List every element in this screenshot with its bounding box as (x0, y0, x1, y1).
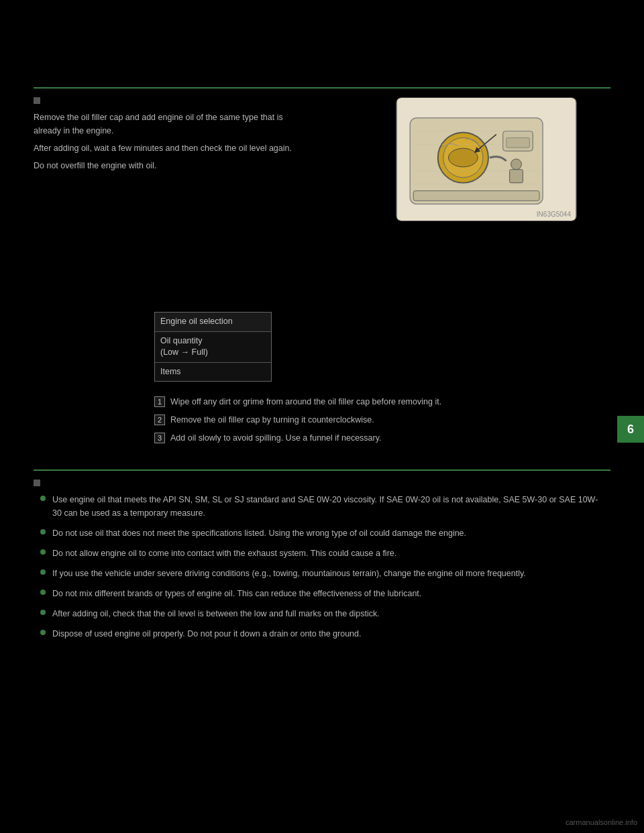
green-divider-top (34, 87, 610, 89)
image-code: IN63G5044 (537, 211, 571, 218)
svg-point-9 (511, 159, 522, 170)
bullet-circle-7 (40, 630, 46, 635)
item-number-3: 3 (154, 433, 165, 443)
bullet-item-4: If you use the vehicle under severe driv… (34, 567, 604, 580)
bullet-circle-6 (40, 610, 46, 615)
green-divider-middle (34, 469, 610, 471)
top-para-2: After adding oil, wait a few minutes and… (34, 142, 302, 155)
numbered-items-container: 1 Wipe off any dirt or grime from around… (154, 396, 441, 449)
bullet-text-3: Do not allow engine oil to come into con… (52, 547, 604, 560)
list-item: 3 Add oil slowly to avoid spilling. Use … (154, 432, 441, 445)
bullet-circle-4 (40, 569, 46, 575)
table-row-quantity: Oil quantity (Low → Full) (155, 332, 271, 363)
info-table: Engine oil selection Oil quantity (Low →… (154, 312, 272, 382)
top-para-3: Do not overfill the engine with oil. (34, 159, 302, 172)
item-text-2: Remove the oil filler cap by turning it … (170, 414, 374, 427)
section-badge: 6 (617, 416, 644, 443)
svg-rect-10 (510, 170, 523, 183)
bullet-text-4: If you use the vehicle under severe driv… (52, 567, 604, 580)
engine-diagram-image: IN63G5044 (396, 97, 577, 221)
bullet-circle-3 (40, 549, 46, 555)
bullet-item-6: After adding oil, check that the oil lev… (34, 607, 604, 620)
list-item: 2 Remove the oil filler cap by turning i… (154, 414, 441, 427)
list-item: 1 Wipe off any dirt or grime from around… (154, 396, 441, 408)
bullet-text-1: Use engine oil that meets the API SN, SM… (52, 493, 604, 520)
bullet-item-1: Use engine oil that meets the API SN, SM… (34, 493, 604, 520)
table-header-label: Engine oil selection (160, 317, 233, 326)
bottom-section-icon (34, 480, 40, 486)
item-number-1: 1 (154, 396, 165, 407)
bullet-item-5: Do not mix different brands or types of … (34, 587, 604, 600)
bottom-section: Use engine oil that meets the API SN, SM… (34, 480, 604, 647)
svg-rect-8 (413, 190, 539, 201)
item-text-1: Wipe off any dirt or grime from around t… (170, 396, 441, 408)
top-para-1: Remove the oil filler cap and add engine… (34, 111, 302, 137)
svg-rect-7 (506, 137, 530, 148)
bullet-text-7: Dispose of used engine oil properly. Do … (52, 627, 604, 641)
item-number-2: 2 (154, 414, 165, 425)
engine-svg (396, 98, 576, 221)
bullet-text-2: Do not use oil that does not meet the sp… (52, 526, 604, 540)
svg-point-4 (449, 148, 478, 167)
bullet-circle-2 (40, 529, 46, 535)
bullet-item-3: Do not allow engine oil to come into con… (34, 547, 604, 560)
bullet-text-6: After adding oil, check that the oil lev… (52, 607, 604, 620)
table-row-header: Engine oil selection (155, 313, 271, 332)
table-items-label: Items (160, 367, 181, 376)
section-number: 6 (627, 423, 634, 437)
bullet-circle-1 (40, 496, 46, 501)
top-text-area: Remove the oil filler cap and add engine… (34, 97, 302, 176)
page: 6 Remove the oil filler cap and add engi… (0, 0, 644, 833)
bullet-circle-5 (40, 590, 46, 595)
item-text-3: Add oil slowly to avoid spilling. Use a … (170, 432, 382, 445)
table-quantity-label: Oil quantity (Low → Full) (160, 336, 208, 357)
section-icon (34, 97, 40, 104)
bullet-item-2: Do not use oil that does not meet the sp… (34, 526, 604, 540)
bottom-title (34, 480, 604, 486)
table-row-items: Items (155, 363, 271, 382)
watermark: carmanualsonline.info (566, 818, 637, 826)
bullet-text-5: Do not mix different brands or types of … (52, 587, 604, 600)
bullet-item-7: Dispose of used engine oil properly. Do … (34, 627, 604, 641)
